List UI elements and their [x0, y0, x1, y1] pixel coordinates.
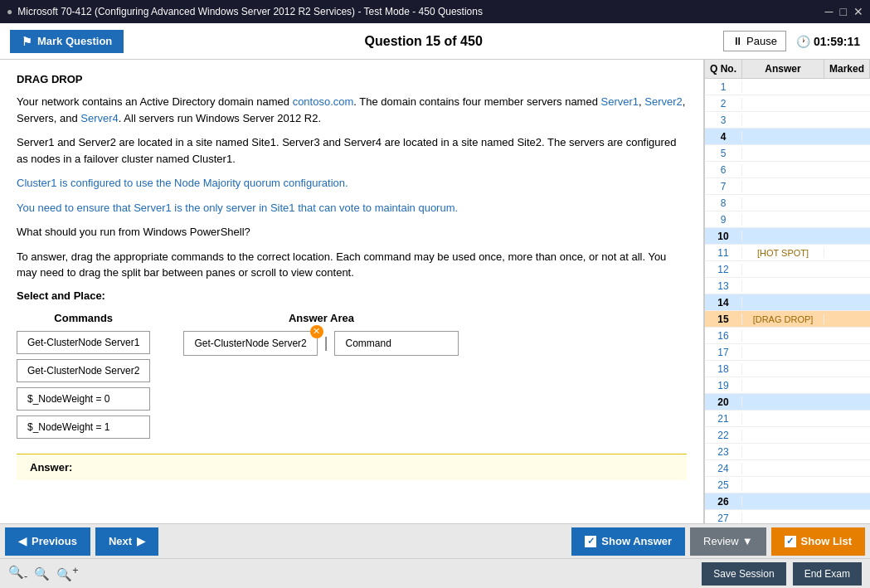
close-icon[interactable]: ✕ — [853, 5, 863, 18]
question-list-row[interactable]: 23 — [705, 444, 870, 460]
titlebar: ● Microsoft 70-412 (Configuring Advanced… — [0, 0, 870, 23]
question-list: 1234567891011[HOT SPOT]12131415[DRAG DRO… — [705, 79, 870, 523]
right-panel-header: Q No. Answer Marked — [705, 60, 870, 79]
question-list-row[interactable]: 7 — [705, 178, 870, 195]
question-list-row[interactable]: 25 — [705, 477, 870, 493]
question-number: 10 — [705, 231, 742, 242]
question-list-row[interactable]: 24 — [705, 460, 870, 477]
show-answer-check-icon: ✓ — [585, 536, 596, 547]
question-number: 17 — [705, 347, 742, 358]
question-number: 1 — [705, 81, 742, 93]
question-list-row[interactable]: 9 — [705, 211, 870, 228]
save-session-button[interactable]: Save Session — [702, 562, 785, 586]
window-controls[interactable]: ─ □ ✕ — [825, 5, 863, 18]
answer-area-title: Answer Area — [183, 312, 459, 324]
answer-slot-1[interactable]: ✕ Get-ClusterNode Server2 — [183, 331, 317, 356]
question-number: 16 — [705, 330, 742, 342]
drag-area: Commands Get-ClusterNode Server1 Get-Clu… — [17, 312, 687, 444]
right-panel: Q No. Answer Marked 1234567891011[HOT SP… — [704, 60, 870, 523]
question-list-row[interactable]: 5 — [705, 145, 870, 162]
command-item-2[interactable]: Get-ClusterNode Server2 — [17, 359, 150, 382]
pause-label: Pause — [746, 35, 777, 47]
show-list-button[interactable]: ✓ Show List — [771, 527, 865, 556]
question-list-row[interactable]: 26 — [705, 493, 870, 510]
question-list-row[interactable]: 6 — [705, 162, 870, 178]
end-exam-label: End Exam — [804, 568, 850, 580]
question-list-row[interactable]: 17 — [705, 344, 870, 361]
question-number: 13 — [705, 280, 742, 292]
question-list-row[interactable]: 4 — [705, 129, 870, 145]
maximize-icon[interactable]: □ — [840, 5, 847, 18]
review-button[interactable]: Review ▼ — [690, 527, 766, 556]
review-dropdown-icon: ▼ — [742, 535, 753, 547]
question-answer: [DRAG DROP] — [742, 314, 824, 324]
timer-value: 01:59:11 — [814, 35, 860, 48]
command-item-3[interactable]: $_NodeWeight = 0 — [17, 387, 150, 411]
zoom-in-icon[interactable]: 🔍+ — [56, 565, 78, 582]
question-list-row[interactable]: 19 — [705, 377, 870, 394]
question-number: 11 — [705, 247, 742, 259]
question-list-row[interactable]: 12 — [705, 261, 870, 278]
question-number: 27 — [705, 513, 742, 524]
answer-slot-2[interactable]: Command — [334, 331, 459, 356]
question-list-row[interactable]: 11[HOT SPOT] — [705, 245, 870, 261]
command-item-1[interactable]: Get-ClusterNode Server1 — [17, 331, 150, 354]
question-number: 18 — [705, 363, 742, 375]
minimize-icon[interactable]: ─ — [825, 5, 834, 18]
question-list-row[interactable]: 10 — [705, 228, 870, 245]
question-list-row[interactable]: 18 — [705, 361, 870, 377]
question-list-row[interactable]: 22 — [705, 427, 870, 444]
question-number: 15 — [705, 313, 742, 325]
mark-question-label: Mark Question — [37, 35, 112, 47]
header: ⚑ Mark Question Question 15 of 450 ⏸ Pau… — [0, 23, 870, 60]
answer-slots: ✕ Get-ClusterNode Server2 | Command — [183, 331, 459, 356]
question-list-row[interactable]: 15[DRAG DROP] — [705, 311, 870, 328]
next-arrow-icon: ▶ — [137, 535, 145, 547]
question-text-6: To answer, drag the appropriate commands… — [17, 249, 687, 281]
question-text-1: Your network contains an Active Director… — [17, 94, 687, 126]
question-list-row[interactable]: 3 — [705, 112, 870, 129]
question-list-row[interactable]: 13 — [705, 278, 870, 294]
app-icon: ● — [7, 6, 12, 17]
end-exam-button[interactable]: End Exam — [793, 562, 862, 586]
zoom-out-icon[interactable]: 🔍- — [8, 565, 27, 582]
clock-icon: 🕐 — [796, 35, 810, 48]
next-button[interactable]: Next ▶ — [95, 527, 158, 556]
question-list-row[interactable]: 1 — [705, 79, 870, 95]
question-number: 14 — [705, 297, 742, 309]
zoom-normal-icon[interactable]: 🔍 — [34, 566, 50, 581]
pause-button[interactable]: ⏸ Pause — [723, 31, 786, 51]
answer-label: Answer: — [30, 461, 72, 474]
question-number: 9 — [705, 214, 742, 226]
question-list-row[interactable]: 16 — [705, 328, 870, 344]
question-number: 3 — [705, 114, 742, 126]
timer: 🕐 01:59:11 — [796, 35, 860, 48]
question-number: 2 — [705, 98, 742, 109]
prev-arrow-icon: ◀ — [18, 535, 27, 547]
question-list-row[interactable]: 21 — [705, 411, 870, 427]
remove-btn-1[interactable]: ✕ — [310, 325, 323, 338]
bottom-right-buttons: Save Session End Exam — [702, 562, 862, 586]
question-text-2: Server1 and Server2 are located in a sit… — [17, 134, 687, 167]
question-number: 23 — [705, 446, 742, 458]
question-list-row[interactable]: 20 — [705, 394, 870, 411]
next-label: Next — [109, 535, 132, 547]
question-panel: DRAG DROP Your network contains an Activ… — [0, 60, 704, 523]
col-header-qno: Q No. — [705, 60, 742, 78]
question-text-5: What should you run from Windows PowerSh… — [17, 224, 687, 241]
question-number: 5 — [705, 148, 742, 159]
mark-question-button[interactable]: ⚑ Mark Question — [10, 30, 124, 53]
question-list-row[interactable]: 8 — [705, 195, 870, 211]
commands-box: Commands Get-ClusterNode Server1 Get-Clu… — [17, 312, 150, 444]
show-answer-button[interactable]: ✓ Show Answer — [571, 527, 685, 556]
question-text-3: Cluster1 is configured to use the Node M… — [17, 175, 687, 192]
show-list-check-icon: ✓ — [785, 536, 796, 547]
previous-button[interactable]: ◀ Previous — [5, 527, 90, 556]
question-number: 4 — [705, 131, 742, 143]
answer-area-box: Answer Area ✕ Get-ClusterNode Server2 | … — [183, 312, 459, 444]
question-list-row[interactable]: 14 — [705, 294, 870, 311]
question-list-row[interactable]: 2 — [705, 95, 870, 112]
question-list-row[interactable]: 27 — [705, 510, 870, 523]
question-number: 21 — [705, 413, 742, 425]
command-item-4[interactable]: $_NodeWeight = 1 — [17, 415, 150, 439]
